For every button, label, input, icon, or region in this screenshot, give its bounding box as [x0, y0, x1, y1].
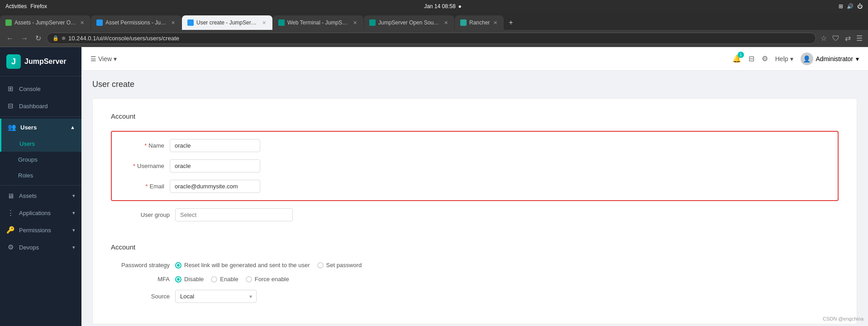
bookmark-icon[interactable]: ☆: [820, 33, 828, 43]
tab-close-6[interactable]: ✕: [492, 20, 498, 26]
tab-label-2: Asset Permissions - Jump...: [105, 19, 167, 26]
power-icon: ⏻: [857, 3, 863, 10]
email-input[interactable]: [170, 180, 260, 193]
network-icon: ⊞: [839, 3, 843, 10]
password-strategy-options: Reset link will be generated and sent to…: [175, 262, 362, 268]
browser-chrome: Assets - JumpServer Ope... ✕ Asset Permi…: [0, 13, 868, 47]
assets-label: Assets: [19, 192, 37, 199]
content-area: ☰ View ▾ 🔔 1 ⊟ ⚙ Help ▾ 👤 Administrator: [81, 47, 868, 326]
os-bar-center: Jan 14 08:58 ●: [424, 3, 462, 10]
mfa-row: MFA Disable Enable: [111, 276, 839, 283]
name-label: * Name: [119, 142, 164, 149]
users-caret: ▲: [70, 125, 75, 130]
users-sub-label: Users: [19, 140, 35, 147]
info-icon: ⊕: [62, 35, 66, 41]
account-fields-region: * Name * Username: [111, 131, 839, 229]
browser-tab-3[interactable]: User create - JumpServe... ✕: [182, 15, 272, 30]
firefox-label[interactable]: Firefox: [30, 3, 47, 10]
divider-2: [0, 185, 81, 186]
radio-dot-2: [317, 262, 324, 268]
indicator-dot: ●: [458, 3, 462, 10]
help-caret: ▾: [790, 55, 793, 62]
dashboard-icon-header[interactable]: ⊟: [749, 54, 754, 63]
source-select[interactable]: Local LDAP OpenID CAS SAML2 OAuth2: [175, 290, 257, 303]
browser-tab-4[interactable]: Web Terminal - JumpSer... ✕: [273, 15, 363, 30]
main-layout: J JumpServer ⊞ Console ⊟ Dashboard 👥 Use…: [0, 47, 868, 326]
email-row: * Email: [119, 180, 830, 193]
tab-close-2[interactable]: ✕: [170, 20, 176, 26]
name-required-star: *: [144, 142, 147, 149]
tab-add-button[interactable]: +: [504, 16, 517, 29]
back-button[interactable]: ←: [5, 34, 15, 43]
os-bar-left: Activities Firefox: [5, 3, 47, 10]
browser-toolbar: ← → ↻ 🔒 ⊕ 10.244.0.1/ui/#/console/users/…: [0, 30, 868, 47]
users-icon: 👥: [8, 123, 16, 131]
tab-close-5[interactable]: ✕: [443, 20, 449, 26]
source-select-wrapper: Local LDAP OpenID CAS SAML2 OAuth2: [175, 290, 257, 303]
applications-caret: ▾: [72, 210, 75, 216]
sidebar-item-console[interactable]: ⊞ Console: [0, 80, 81, 97]
tab-close-3[interactable]: ✕: [261, 20, 267, 26]
sidebar-item-groups[interactable]: Groups: [0, 152, 81, 168]
sidebar-item-roles[interactable]: Roles: [0, 168, 81, 183]
page-title: User create: [92, 80, 857, 89]
view-label: View: [98, 55, 112, 62]
browser-tab-1[interactable]: Assets - JumpServer Ope... ✕: [0, 15, 91, 30]
mfa-options: Disable Enable Force enable: [175, 276, 289, 283]
name-input[interactable]: [170, 139, 260, 152]
browser-tab-6[interactable]: Rancher ✕: [455, 15, 504, 30]
sidebar-item-devops[interactable]: ⚙ Devops ▾: [0, 239, 81, 256]
tab-favicon-4: [278, 19, 285, 26]
email-required-star: *: [145, 183, 148, 190]
sidebar-logo: J JumpServer: [0, 47, 81, 77]
view-caret: ▾: [114, 55, 117, 62]
tab-close-1[interactable]: ✕: [79, 20, 85, 26]
sidebar-item-dashboard[interactable]: ⊟ Dashboard: [0, 97, 81, 115]
mfa-option-enable[interactable]: Enable: [211, 276, 238, 283]
username-input[interactable]: [170, 159, 260, 173]
admin-caret: ▾: [856, 55, 859, 62]
help-button[interactable]: Help ▾: [775, 55, 793, 62]
view-button[interactable]: ☰ View ▾: [91, 55, 117, 62]
tab-favicon-6: [460, 19, 467, 26]
admin-user-menu[interactable]: 👤 Administrator ▾: [801, 53, 859, 65]
assets-caret: ▾: [72, 193, 75, 199]
reload-button[interactable]: ↻: [33, 33, 43, 43]
sync-icon[interactable]: ⇄: [844, 33, 852, 43]
tab-label-5: JumpServer Open Source...: [378, 19, 440, 26]
menu-icon[interactable]: ☰: [855, 33, 863, 43]
mfa-option-disable[interactable]: Disable: [175, 276, 204, 283]
notification-bell[interactable]: 🔔 1: [732, 54, 741, 63]
mfa-option-force[interactable]: Force enable: [246, 276, 289, 283]
user-group-input[interactable]: [175, 208, 293, 221]
browser-tab-5[interactable]: JumpServer Open Source... ✕: [364, 15, 454, 30]
help-label: Help: [775, 55, 788, 62]
address-bar[interactable]: 🔒 ⊕ 10.244.0.1/ui/#/console/users/users/…: [47, 33, 816, 44]
devops-label: Devops: [19, 244, 39, 251]
logo-text: JumpServer: [24, 58, 67, 66]
tab-close-4[interactable]: ✕: [352, 20, 358, 26]
sidebar-item-users-sub[interactable]: Users: [0, 136, 81, 152]
sidebar-item-assets[interactable]: 🖥 Assets ▾: [0, 187, 81, 204]
sidebar-item-applications[interactable]: ⋮ Applications ▾: [0, 204, 81, 221]
tab-favicon-1: [5, 19, 12, 26]
browser-tab-2[interactable]: Asset Permissions - Jump... ✕: [91, 15, 181, 30]
settings-icon[interactable]: ⚙: [762, 54, 768, 63]
mfa-radio-enable: [211, 276, 217, 283]
name-row: * Name: [119, 139, 830, 152]
username-row: * Username: [119, 159, 830, 173]
mfa-radio-force: [246, 276, 252, 283]
tab-favicon-5: [369, 19, 376, 26]
password-strategy-option1[interactable]: Reset link will be generated and sent to…: [175, 262, 310, 268]
password-strategy-option2[interactable]: Set password: [317, 262, 362, 268]
account-section2: Account Password strategy Reset link wil…: [111, 243, 839, 303]
watermark: CSDN @engchina: [823, 316, 863, 321]
forward-button[interactable]: →: [19, 34, 30, 43]
shield-icon[interactable]: 🛡: [831, 34, 840, 43]
datetime-label: Jan 14 08:58: [424, 3, 455, 10]
permissions-caret: ▾: [72, 227, 75, 233]
activities-label[interactable]: Activities: [5, 3, 27, 10]
sidebar-item-users[interactable]: 👥 Users ▲: [0, 119, 81, 136]
sidebar-item-permissions[interactable]: 🔑 Permissions ▾: [0, 221, 81, 239]
tab-label-4: Web Terminal - JumpSer...: [287, 19, 349, 26]
